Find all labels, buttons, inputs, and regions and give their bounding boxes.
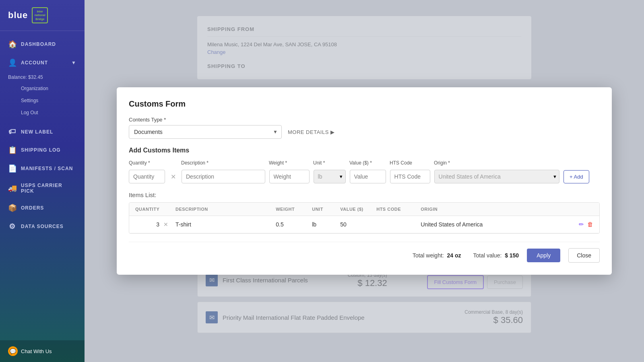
weight-input[interactable]	[269, 170, 310, 183]
apply-button[interactable]: Apply	[527, 249, 560, 262]
items-table: QUANTITY DESCRIPTION WEIGHT UNIT VALUE (…	[129, 202, 600, 234]
delete-row-icon[interactable]: 🗑	[587, 221, 593, 228]
label-icon: 🏷	[8, 128, 16, 136]
add-item-button[interactable]: + Add	[564, 170, 589, 183]
sidebar-item-organization[interactable]: Organization	[0, 82, 85, 95]
col-header-desc: Description *	[181, 160, 265, 168]
th-hts: HTS CODE	[376, 207, 417, 212]
sidebar-item-label-dashboard: Dashboard	[21, 41, 56, 47]
account-icon: 👤	[8, 58, 16, 67]
col-header-origin: Origin *	[434, 160, 450, 166]
contents-type-select[interactable]: Documents Gift Merchandise Returned Good…	[129, 125, 282, 139]
sidebar-item-account[interactable]: 👤 Account ▼	[0, 53, 85, 72]
table-row: 3 ✕ T-shirt 0.5 lb 50 United States of A…	[129, 216, 599, 233]
origin-select[interactable]: United States of America China Germany C…	[434, 170, 559, 183]
unit-select[interactable]: lb oz kg g	[314, 170, 346, 183]
hts-field-wrapper	[390, 170, 430, 183]
chat-button[interactable]: 💬 Chat With Us	[0, 340, 85, 362]
th-unit: UNIT	[312, 207, 336, 212]
sidebar-item-label-account: Account	[21, 60, 48, 66]
sidebar-item-manifests[interactable]: 📄 Manifests / Scan	[0, 159, 85, 178]
sidebar-item-shipping-log[interactable]: 📋 Shipping Log	[0, 141, 85, 159]
add-item-form-row: ✕ lb oz kg g ▼	[129, 170, 600, 183]
balance-display: Balance: $32.45	[0, 72, 85, 82]
add-customs-subtitle: Add Customs Items	[129, 147, 600, 154]
sidebar-item-label-data-sources: Data Sources	[21, 224, 64, 229]
origin-select-wrapper: United States of America China Germany C…	[434, 170, 559, 183]
ib-logo: InternationalBridge	[32, 7, 48, 23]
value-input[interactable]	[350, 170, 386, 183]
data-sources-icon: ⚙	[8, 222, 16, 231]
sidebar: blue InternationalBridge 🏠 Dashboard 👤 A…	[0, 0, 85, 362]
more-details-button[interactable]: MORE DETAILS ▶	[288, 129, 334, 135]
modal-title: Customs Form	[129, 99, 600, 109]
td-quantity: 3	[135, 221, 159, 228]
sidebar-item-label-manifests: Manifests / Scan	[21, 166, 73, 171]
col-header-unit: Unit *	[313, 160, 345, 168]
td-unit: lb	[312, 221, 336, 228]
sidebar-item-label-orders: Orders	[21, 205, 44, 211]
th-value: VALUE ($)	[340, 207, 372, 212]
sidebar-item-label-new-label: New Label	[21, 129, 53, 135]
description-input[interactable]	[182, 170, 265, 183]
sidebar-item-label-usps: USPS Carrier Pick	[21, 183, 76, 194]
total-weight-label: Total weight:	[413, 252, 444, 259]
edit-row-icon[interactable]: ✏	[579, 221, 584, 228]
sidebar-item-data-sources[interactable]: ⚙ Data Sources	[0, 217, 85, 236]
total-weight-value: 24 oz	[447, 252, 461, 259]
modal-footer: Total weight: 24 oz Total value: $ 150 A…	[129, 242, 600, 263]
remove-row-icon[interactable]: ✕	[163, 221, 171, 228]
chevron-down-icon: ▼	[71, 60, 76, 66]
sidebar-item-label-settings: Settings	[21, 98, 38, 103]
row-actions: ✏ 🗑	[569, 221, 593, 228]
sidebar-item-settings[interactable]: Settings	[0, 95, 85, 107]
weight-field-wrapper	[269, 170, 310, 183]
sidebar-item-orders[interactable]: 📦 Orders	[0, 199, 85, 217]
main-content: SHIPPING FROM Milena Music, 1224 Del Mar…	[85, 0, 644, 362]
sidebar-nav: 🏠 Dashboard 👤 Account ▼ Balance: $32.45 …	[0, 31, 85, 240]
customs-form-modal: Customs Form Contents Type * Documents G…	[117, 87, 612, 275]
description-field-wrapper	[182, 170, 265, 183]
td-description: T-shirt	[175, 221, 272, 228]
col-header-value: Value ($) *	[349, 160, 386, 168]
sidebar-item-label-logout: Log Out	[21, 110, 38, 115]
unit-select-wrapper: lb oz kg g ▼	[314, 170, 346, 183]
orders-icon: 📦	[8, 204, 16, 212]
value-field-wrapper	[350, 170, 386, 183]
items-table-header: QUANTITY DESCRIPTION WEIGHT UNIT VALUE (…	[129, 203, 599, 216]
contents-type-select-wrapper: Documents Gift Merchandise Returned Good…	[129, 125, 282, 139]
items-list-label: Items List:	[129, 191, 600, 198]
th-weight: WEIGHT	[276, 207, 308, 212]
th-description: DESCRIPTION	[175, 207, 272, 212]
sidebar-item-logout[interactable]: Log Out	[0, 107, 85, 119]
quantity-input[interactable]	[129, 170, 165, 183]
td-weight: 0.5	[276, 221, 308, 228]
sidebar-item-label-org: Organization	[21, 86, 48, 91]
manifests-icon: 📄	[8, 164, 16, 173]
total-value-value: $ 150	[505, 252, 519, 259]
th-origin: ORIGIN	[421, 207, 565, 212]
carrier-icon: 🚚	[8, 184, 16, 193]
totals-section: Total weight: 24 oz Total value: $ 150	[129, 252, 519, 259]
more-details-label: MORE DETAILS	[288, 129, 329, 135]
td-origin: United States of America	[421, 221, 565, 228]
col-header-hts: HTS Code	[390, 160, 430, 168]
contents-type-row: Documents Gift Merchandise Returned Good…	[129, 125, 600, 139]
chat-icon: 💬	[8, 346, 18, 356]
sidebar-item-label-shipping-log: Shipping Log	[21, 147, 61, 153]
sidebar-item-usps-carrier[interactable]: 🚚 USPS Carrier Pick	[0, 178, 85, 199]
shipping-log-icon: 📋	[8, 146, 16, 154]
close-button[interactable]: Close	[568, 248, 600, 263]
total-value-label: Total value:	[473, 252, 502, 259]
contents-type-label: Contents Type *	[129, 117, 600, 123]
total-weight-display: Total weight: 24 oz	[413, 252, 461, 259]
times-icon: ✕	[169, 173, 178, 181]
col-header-qty: Quantity *	[129, 160, 165, 168]
th-quantity: QUANTITY	[135, 207, 159, 212]
sidebar-item-new-label[interactable]: 🏷 New Label	[0, 123, 85, 141]
sidebar-header: blue InternationalBridge	[0, 0, 85, 31]
more-details-arrow-icon: ▶	[330, 129, 335, 135]
hts-input[interactable]	[390, 170, 430, 183]
app-logo-text: blue	[8, 10, 28, 21]
sidebar-item-dashboard[interactable]: 🏠 Dashboard	[0, 35, 85, 53]
